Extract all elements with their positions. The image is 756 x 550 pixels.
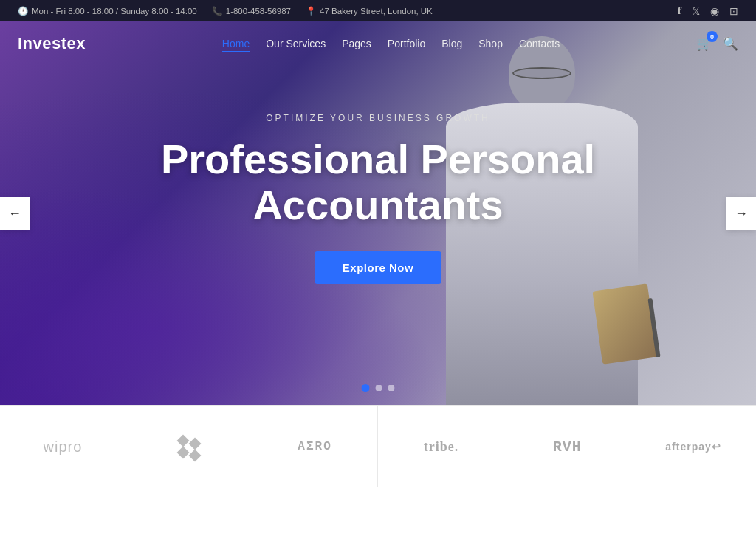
hero-subtitle: Optimize Your Business Growth: [120, 113, 636, 123]
twitter-icon[interactable]: 𝕏: [692, 5, 700, 17]
navbar: Investex Home Our Services Pages Portfol…: [0, 21, 756, 66]
top-bar-right[interactable]: 𝐟 𝕏 ◉ ⊡: [678, 4, 738, 17]
hero-section: Investex Home Our Services Pages Portfol…: [0, 21, 756, 405]
partner-rmh: RVH: [504, 406, 630, 487]
hero-banner: Investex Home Our Services Pages Portfol…: [0, 21, 756, 405]
top-bar: 🕐 Mon - Fri 8:00 - 18:00 / Sunday 8:00 -…: [0, 0, 756, 21]
nav-right: 🛒 0 🔍: [696, 35, 738, 52]
slide-dot-2[interactable]: [376, 385, 382, 391]
slide-next-button[interactable]: →: [726, 197, 756, 230]
facebook-icon[interactable]: 𝐟: [678, 4, 681, 17]
nav-item-blog[interactable]: Blog: [441, 37, 462, 50]
cart-button[interactable]: 🛒 0: [696, 35, 712, 52]
search-button[interactable]: 🔍: [723, 36, 738, 52]
nav-link-home[interactable]: Home: [222, 38, 250, 52]
instagram-icon[interactable]: ⊡: [729, 5, 738, 17]
afterpay-logo: afterpay↩: [665, 441, 721, 453]
nav-item-services[interactable]: Our Services: [266, 37, 326, 50]
phone-icon: 📞: [212, 6, 222, 16]
nav-link-blog[interactable]: Blog: [441, 38, 462, 49]
phone-item: 📞 1-800-458-56987: [212, 6, 291, 16]
nav-link-services[interactable]: Our Services: [266, 38, 326, 49]
partner-diamonds: [126, 406, 252, 487]
address-item: 📍 47 Bakery Street, London, UK: [306, 6, 433, 16]
nav-link-shop[interactable]: Shop: [478, 38, 503, 49]
nav-item-pages[interactable]: Pages: [342, 37, 371, 50]
hours-item: 🕐 Mon - Fri 8:00 - 18:00 / Sunday 8:00 -…: [18, 6, 197, 16]
clock-icon: 🕐: [18, 6, 28, 16]
slide-dots: [362, 385, 395, 392]
tribe-logo: tribe.: [424, 439, 458, 455]
cart-badge: 0: [707, 31, 718, 42]
aero-logo: AΣRO: [298, 440, 331, 453]
nav-link-pages[interactable]: Pages: [342, 38, 371, 49]
globe-icon[interactable]: ◉: [710, 5, 719, 17]
location-icon: 📍: [306, 6, 316, 16]
diamonds-logo: [179, 433, 199, 460]
nav-item-contacts[interactable]: Contacts: [519, 37, 560, 50]
slide-prev-button[interactable]: ←: [0, 197, 30, 230]
nav-item-shop[interactable]: Shop: [478, 37, 503, 50]
phone-text: 1-800-458-56987: [226, 7, 291, 16]
partner-wipro: wipro: [0, 406, 126, 487]
nav-links: Home Our Services Pages Portfolio Blog S…: [222, 37, 560, 50]
partners-bar: wipro AΣRO tribe. RVH afterpay↩: [0, 405, 756, 487]
nav-link-portfolio[interactable]: Portfolio: [388, 38, 425, 49]
hours-text: Mon - Fri 8:00 - 18:00 / Sunday 8:00 - 1…: [32, 7, 197, 16]
site-logo[interactable]: Investex: [18, 34, 86, 53]
nav-item-portfolio[interactable]: Portfolio: [388, 37, 425, 50]
partner-tribe: tribe.: [378, 406, 504, 487]
nav-item-home[interactable]: Home: [222, 37, 250, 50]
hero-title: Professional Personal Accountants: [120, 137, 636, 227]
hero-content: Optimize Your Business Growth Profession…: [120, 113, 636, 314]
partner-aero: AΣRO: [252, 406, 379, 487]
explore-now-button[interactable]: Explore Now: [315, 251, 441, 284]
top-bar-left: 🕐 Mon - Fri 8:00 - 18:00 / Sunday 8:00 -…: [18, 6, 433, 16]
wipro-logo: wipro: [44, 439, 83, 456]
nav-link-contacts[interactable]: Contacts: [519, 38, 560, 49]
slide-dot-1[interactable]: [362, 384, 370, 392]
partner-afterpay: afterpay↩: [630, 406, 756, 487]
slide-dot-3[interactable]: [388, 385, 395, 391]
rmh-logo: RVH: [553, 439, 582, 456]
address-text: 47 Bakery Street, London, UK: [320, 7, 433, 16]
